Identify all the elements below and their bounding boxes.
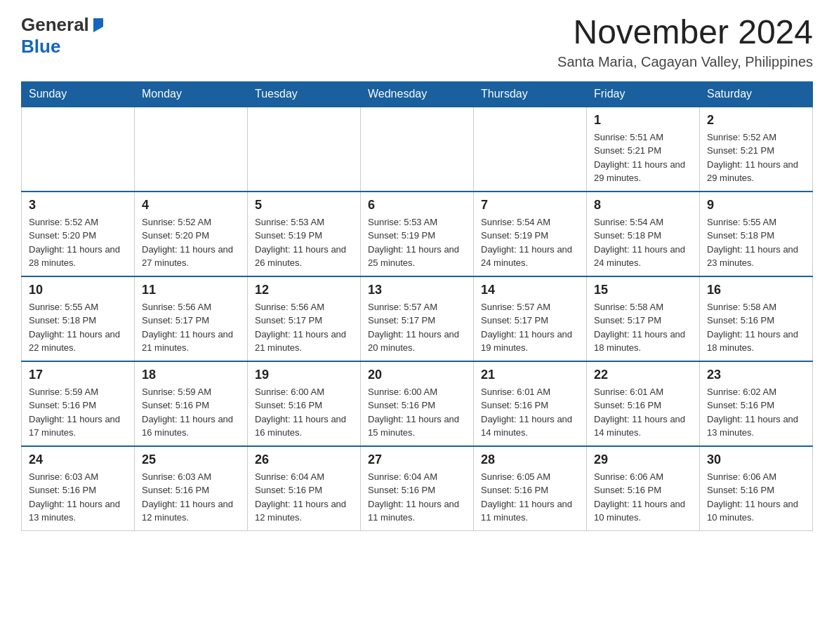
svg-marker-0 xyxy=(93,18,103,27)
day-number: 8 xyxy=(594,198,692,213)
day-info: Sunrise: 5:52 AMSunset: 5:20 PMDaylight:… xyxy=(142,215,240,270)
day-number: 28 xyxy=(481,452,579,467)
day-info: Sunrise: 5:59 AMSunset: 5:16 PMDaylight:… xyxy=(142,385,240,440)
day-number: 10 xyxy=(29,283,127,297)
calendar-day-cell: 25Sunrise: 6:03 AMSunset: 5:16 PMDayligh… xyxy=(135,446,248,531)
calendar-day-cell: 4Sunrise: 5:52 AMSunset: 5:20 PMDaylight… xyxy=(135,192,248,276)
day-info: Sunrise: 6:06 AMSunset: 5:16 PMDaylight:… xyxy=(594,470,692,525)
calendar-day-cell: 19Sunrise: 6:00 AMSunset: 5:16 PMDayligh… xyxy=(248,361,361,446)
day-number: 20 xyxy=(368,368,466,382)
calendar-day-cell: 3Sunrise: 5:52 AMSunset: 5:20 PMDaylight… xyxy=(22,192,135,276)
calendar-day-cell: 23Sunrise: 6:02 AMSunset: 5:16 PMDayligh… xyxy=(700,361,813,446)
day-number: 5 xyxy=(255,198,353,213)
calendar-day-cell: 30Sunrise: 6:06 AMSunset: 5:16 PMDayligh… xyxy=(700,446,813,531)
day-info: Sunrise: 5:56 AMSunset: 5:17 PMDaylight:… xyxy=(142,300,240,355)
calendar-week-row: 17Sunrise: 5:59 AMSunset: 5:16 PMDayligh… xyxy=(22,361,813,446)
day-info: Sunrise: 5:54 AMSunset: 5:19 PMDaylight:… xyxy=(481,215,579,270)
day-of-week-header: Saturday xyxy=(700,81,813,107)
day-number: 22 xyxy=(594,368,692,382)
day-info: Sunrise: 6:03 AMSunset: 5:16 PMDaylight:… xyxy=(142,470,240,525)
day-info: Sunrise: 5:53 AMSunset: 5:19 PMDaylight:… xyxy=(255,215,353,270)
calendar-day-cell: 22Sunrise: 6:01 AMSunset: 5:16 PMDayligh… xyxy=(587,361,700,446)
day-number: 15 xyxy=(594,283,692,297)
day-info: Sunrise: 5:58 AMSunset: 5:17 PMDaylight:… xyxy=(594,300,692,355)
calendar-day-cell: 27Sunrise: 6:04 AMSunset: 5:16 PMDayligh… xyxy=(361,446,474,531)
day-number: 24 xyxy=(29,452,127,467)
calendar-day-cell: 9Sunrise: 5:55 AMSunset: 5:18 PMDaylight… xyxy=(700,192,813,276)
day-info: Sunrise: 6:01 AMSunset: 5:16 PMDaylight:… xyxy=(481,385,579,440)
calendar-header-row: SundayMondayTuesdayWednesdayThursdayFrid… xyxy=(22,81,813,107)
day-info: Sunrise: 5:55 AMSunset: 5:18 PMDaylight:… xyxy=(29,300,127,355)
day-number: 27 xyxy=(368,452,466,467)
day-number: 1 xyxy=(594,113,692,128)
calendar-day-cell: 2Sunrise: 5:52 AMSunset: 5:21 PMDaylight… xyxy=(700,107,813,192)
day-number: 25 xyxy=(142,452,240,467)
calendar-day-cell xyxy=(135,107,248,192)
calendar-day-cell xyxy=(474,107,587,192)
day-of-week-header: Thursday xyxy=(474,81,587,107)
day-of-week-header: Sunday xyxy=(22,81,135,107)
day-number: 17 xyxy=(29,368,127,382)
calendar-day-cell: 16Sunrise: 5:58 AMSunset: 5:16 PMDayligh… xyxy=(700,276,813,361)
calendar-day-cell: 26Sunrise: 6:04 AMSunset: 5:16 PMDayligh… xyxy=(248,446,361,531)
day-info: Sunrise: 5:57 AMSunset: 5:17 PMDaylight:… xyxy=(368,300,466,355)
calendar-week-row: 10Sunrise: 5:55 AMSunset: 5:18 PMDayligh… xyxy=(22,276,813,361)
day-number: 16 xyxy=(707,283,805,297)
day-info: Sunrise: 6:03 AMSunset: 5:16 PMDaylight:… xyxy=(29,470,127,525)
day-number: 9 xyxy=(707,198,805,213)
logo-blue-text: Blue xyxy=(21,36,60,57)
day-of-week-header: Wednesday xyxy=(361,81,474,107)
calendar-day-cell: 12Sunrise: 5:56 AMSunset: 5:17 PMDayligh… xyxy=(248,276,361,361)
day-number: 4 xyxy=(142,198,240,213)
main-title: November 2024 xyxy=(557,14,813,51)
logo: General Blue xyxy=(21,14,106,58)
day-info: Sunrise: 6:00 AMSunset: 5:16 PMDaylight:… xyxy=(368,385,466,440)
day-number: 12 xyxy=(255,283,353,297)
logo-flag-icon xyxy=(91,17,106,32)
day-info: Sunrise: 5:51 AMSunset: 5:21 PMDaylight:… xyxy=(594,130,692,185)
day-info: Sunrise: 5:59 AMSunset: 5:16 PMDaylight:… xyxy=(29,385,127,440)
day-number: 21 xyxy=(481,368,579,382)
day-info: Sunrise: 5:53 AMSunset: 5:19 PMDaylight:… xyxy=(368,215,466,270)
day-number: 13 xyxy=(368,283,466,297)
calendar-week-row: 3Sunrise: 5:52 AMSunset: 5:20 PMDaylight… xyxy=(22,192,813,276)
calendar-day-cell: 28Sunrise: 6:05 AMSunset: 5:16 PMDayligh… xyxy=(474,446,587,531)
calendar-day-cell: 10Sunrise: 5:55 AMSunset: 5:18 PMDayligh… xyxy=(22,276,135,361)
day-of-week-header: Monday xyxy=(135,81,248,107)
day-number: 14 xyxy=(481,283,579,297)
calendar-week-row: 1Sunrise: 5:51 AMSunset: 5:21 PMDaylight… xyxy=(22,107,813,192)
calendar-day-cell: 21Sunrise: 6:01 AMSunset: 5:16 PMDayligh… xyxy=(474,361,587,446)
calendar-day-cell: 8Sunrise: 5:54 AMSunset: 5:18 PMDaylight… xyxy=(587,192,700,276)
calendar-day-cell: 17Sunrise: 5:59 AMSunset: 5:16 PMDayligh… xyxy=(22,361,135,446)
logo-general-text: General xyxy=(21,14,89,36)
day-number: 30 xyxy=(707,452,805,467)
day-number: 23 xyxy=(707,368,805,382)
day-info: Sunrise: 5:56 AMSunset: 5:17 PMDaylight:… xyxy=(255,300,353,355)
day-number: 26 xyxy=(255,452,353,467)
day-info: Sunrise: 5:57 AMSunset: 5:17 PMDaylight:… xyxy=(481,300,579,355)
calendar-day-cell: 1Sunrise: 5:51 AMSunset: 5:21 PMDaylight… xyxy=(587,107,700,192)
header: General Blue November 2024 Santa Maria, … xyxy=(21,14,813,70)
day-info: Sunrise: 6:02 AMSunset: 5:16 PMDaylight:… xyxy=(707,385,805,440)
calendar-day-cell: 24Sunrise: 6:03 AMSunset: 5:16 PMDayligh… xyxy=(22,446,135,531)
day-info: Sunrise: 5:55 AMSunset: 5:18 PMDaylight:… xyxy=(707,215,805,270)
calendar-day-cell: 7Sunrise: 5:54 AMSunset: 5:19 PMDaylight… xyxy=(474,192,587,276)
calendar-table: SundayMondayTuesdayWednesdayThursdayFrid… xyxy=(21,81,813,531)
title-area: November 2024 Santa Maria, Cagayan Valle… xyxy=(557,14,813,70)
day-info: Sunrise: 6:06 AMSunset: 5:16 PMDaylight:… xyxy=(707,470,805,525)
day-number: 3 xyxy=(29,198,127,213)
day-info: Sunrise: 5:54 AMSunset: 5:18 PMDaylight:… xyxy=(594,215,692,270)
day-number: 7 xyxy=(481,198,579,213)
day-number: 18 xyxy=(142,368,240,382)
day-number: 19 xyxy=(255,368,353,382)
calendar-day-cell xyxy=(361,107,474,192)
calendar-day-cell: 11Sunrise: 5:56 AMSunset: 5:17 PMDayligh… xyxy=(135,276,248,361)
calendar-day-cell xyxy=(22,107,135,192)
day-of-week-header: Tuesday xyxy=(248,81,361,107)
day-info: Sunrise: 6:04 AMSunset: 5:16 PMDaylight:… xyxy=(255,470,353,525)
day-info: Sunrise: 6:04 AMSunset: 5:16 PMDaylight:… xyxy=(368,470,466,525)
calendar-day-cell: 5Sunrise: 5:53 AMSunset: 5:19 PMDaylight… xyxy=(248,192,361,276)
calendar-day-cell: 20Sunrise: 6:00 AMSunset: 5:16 PMDayligh… xyxy=(361,361,474,446)
calendar-day-cell: 6Sunrise: 5:53 AMSunset: 5:19 PMDaylight… xyxy=(361,192,474,276)
svg-marker-1 xyxy=(93,27,103,32)
